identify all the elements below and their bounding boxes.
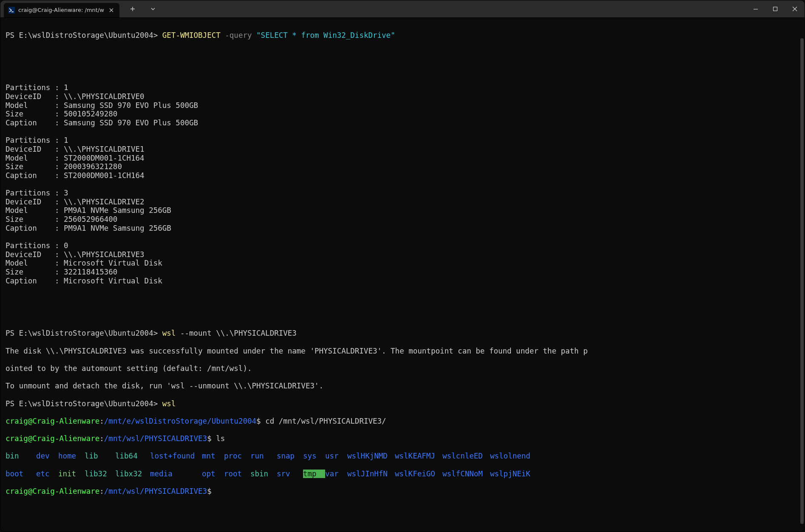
wmi-field-row: Model : Samsung SSD 970 EVO Plus 500GB bbox=[6, 101, 799, 110]
ls-entry: boot bbox=[6, 470, 36, 478]
wmi-field-row: Caption : ST2000DM001-1CH164 bbox=[6, 171, 799, 180]
ls-entry: run bbox=[250, 452, 277, 461]
tab-active[interactable]: craig@Craig-Alienware: /mnt/w bbox=[4, 3, 119, 17]
bash-user-host: craig@Craig-Alienware bbox=[6, 417, 99, 425]
bash-cmd: cd /mnt/wsl/PHYSICALDRIVE3/ bbox=[265, 417, 386, 425]
ls-entry: lost+found bbox=[150, 452, 202, 461]
terminal-window: craig@Craig-Alienware: /mnt/w bbox=[0, 0, 805, 532]
svg-rect-1 bbox=[11, 11, 14, 12]
ls-entry: srv bbox=[277, 470, 303, 478]
wmi-field-row: Size : 256052966400 bbox=[6, 215, 799, 224]
colon: : bbox=[99, 487, 104, 495]
svg-rect-3 bbox=[774, 7, 777, 11]
cmd-query-string: "SELECT * from Win32_DiskDrive" bbox=[256, 31, 395, 40]
blank-line bbox=[6, 48, 799, 57]
titlebar: craig@Craig-Alienware: /mnt/w bbox=[0, 0, 805, 18]
window-controls bbox=[746, 0, 805, 17]
prompt-line: PS E:\wslDistroStorage\Ubuntu2004> GET-W… bbox=[6, 31, 799, 40]
ls-entry: root bbox=[224, 470, 250, 478]
tabstrip-actions bbox=[119, 0, 159, 17]
wmi-field-row: Caption : PM9A1 NVMe Samsung 256GB bbox=[6, 224, 799, 233]
ps-prompt: PS E:\wslDistroStorage\Ubuntu2004> bbox=[6, 329, 158, 337]
ls-entry: wslolnend bbox=[490, 452, 538, 461]
blank-line bbox=[6, 66, 799, 75]
colon: : bbox=[99, 434, 104, 443]
ls-entry: snap bbox=[277, 452, 303, 461]
ps-prompt: PS E:\wslDistroStorage\Ubuntu2004> bbox=[6, 31, 158, 40]
bash-user-host: craig@Craig-Alienware bbox=[6, 434, 99, 443]
ls-output-row: bootetcinitlib32libx32mediaoptrootsbinsr… bbox=[6, 470, 799, 478]
ls-entry: wslcnleED bbox=[442, 452, 490, 461]
ls-entry: wslJInHfN bbox=[347, 470, 395, 478]
colon: : bbox=[99, 417, 104, 425]
new-tab-button[interactable] bbox=[127, 3, 138, 14]
prompt-line: PS E:\wslDistroStorage\Ubuntu2004> wsl bbox=[6, 399, 799, 408]
scrollbar[interactable] bbox=[799, 35, 804, 527]
bash-user-host: craig@Craig-Alienware bbox=[6, 487, 99, 495]
blank-line bbox=[6, 294, 799, 303]
bash-cwd: /mnt/e/wslDistroStorage/Ubuntu2004 bbox=[104, 417, 256, 425]
wmi-field-row: Caption : Samsung SSD 970 EVO Plus 500GB bbox=[6, 119, 799, 127]
cmd-args: --mount \\.\PHYSICALDRIVE3 bbox=[180, 329, 297, 337]
ls-entry: lib32 bbox=[85, 470, 115, 478]
wmi-field-row: Partitions : 1 bbox=[6, 83, 799, 92]
svg-rect-2 bbox=[754, 9, 758, 9]
terminal-viewport[interactable]: PS E:\wslDistroStorage\Ubuntu2004> GET-W… bbox=[0, 18, 805, 532]
wmi-field-row: Model : ST2000DM001-1CH164 bbox=[6, 154, 799, 163]
wmi-field-row: Partitions : 0 bbox=[6, 241, 799, 250]
ls-entry: dev bbox=[36, 452, 58, 461]
close-button[interactable] bbox=[785, 0, 805, 17]
ls-entry: init bbox=[58, 470, 85, 478]
dollar: $ bbox=[207, 434, 212, 443]
bash-prompt-line: craig@Craig-Alienware:/mnt/wsl/PHYSICALD… bbox=[6, 487, 799, 496]
ls-entry: mnt bbox=[202, 452, 224, 461]
ls-entry: wslHKjNMD bbox=[347, 452, 395, 461]
ls-entry: home bbox=[58, 452, 85, 461]
blank-line bbox=[6, 127, 799, 136]
titlebar-drag-region[interactable] bbox=[159, 0, 746, 17]
prompt-line: PS E:\wslDistroStorage\Ubuntu2004> wsl -… bbox=[6, 329, 799, 338]
ls-entry: var bbox=[325, 470, 347, 478]
output-line: The disk \\.\PHYSICALDRIVE3 was successf… bbox=[6, 347, 799, 356]
blank-line bbox=[6, 180, 799, 189]
ls-entry: wslfCNNoM bbox=[442, 470, 490, 478]
tab-close-button[interactable] bbox=[108, 6, 115, 14]
wmi-field-row: Size : 500105249280 bbox=[6, 110, 799, 119]
cmd-param: -query bbox=[225, 31, 252, 40]
wmi-field-row: DeviceID : \\.\PHYSICALDRIVE2 bbox=[6, 198, 799, 207]
bash-cwd: /mnt/wsl/PHYSICALDRIVE3 bbox=[104, 434, 207, 443]
ls-entry: proc bbox=[224, 452, 250, 461]
cmdlet: GET-WMIOBJECT bbox=[162, 31, 221, 40]
ls-entry: libx32 bbox=[115, 470, 150, 478]
ls-entry: lib64 bbox=[115, 452, 150, 461]
wmi-field-row: Size : 2000396321280 bbox=[6, 162, 799, 171]
ls-entry: opt bbox=[202, 470, 224, 478]
ls-entry: usr bbox=[325, 452, 347, 461]
output-line: ointed to by the automount setting (defa… bbox=[6, 364, 799, 373]
wmi-field-row: Caption : Microsoft Virtual Disk bbox=[6, 277, 799, 286]
ls-entry: etc bbox=[36, 470, 58, 478]
wmi-field-row: DeviceID : \\.\PHYSICALDRIVE3 bbox=[6, 250, 799, 259]
wmi-field-row: Size : 322118415360 bbox=[6, 268, 799, 277]
tab-strip: craig@Craig-Alienware: /mnt/w bbox=[0, 0, 119, 17]
cmd: wsl bbox=[162, 329, 176, 337]
cmd: wsl bbox=[162, 399, 176, 408]
minimize-button[interactable] bbox=[746, 0, 765, 17]
wmi-field-row: Partitions : 3 bbox=[6, 189, 799, 198]
dollar: $ bbox=[256, 417, 261, 425]
blank-line bbox=[6, 311, 799, 320]
wmi-output: Partitions : 1DeviceID : \\.\PHYSICALDRI… bbox=[6, 83, 799, 285]
ls-entry: wslKEAFMJ bbox=[395, 452, 442, 461]
scrollbar-thumb[interactable] bbox=[800, 38, 804, 524]
blank-line bbox=[6, 232, 799, 241]
wmi-field-row: Partitions : 1 bbox=[6, 136, 799, 145]
bash-prompt-line: craig@Craig-Alienware:/mnt/e/wslDistroSt… bbox=[6, 417, 799, 426]
output-line: To unmount and detach the disk, run 'wsl… bbox=[6, 382, 799, 391]
tab-dropdown-button[interactable] bbox=[147, 3, 159, 14]
ls-entry: wslKFeiGO bbox=[395, 470, 442, 478]
maximize-button[interactable] bbox=[765, 0, 785, 17]
bash-prompt-line: craig@Craig-Alienware:/mnt/wsl/PHYSICALD… bbox=[6, 434, 799, 443]
tab-title: craig@Craig-Alienware: /mnt/w bbox=[18, 7, 104, 13]
wmi-field-row: Model : Microsoft Virtual Disk bbox=[6, 259, 799, 268]
wmi-field-row: DeviceID : \\.\PHYSICALDRIVE0 bbox=[6, 92, 799, 101]
